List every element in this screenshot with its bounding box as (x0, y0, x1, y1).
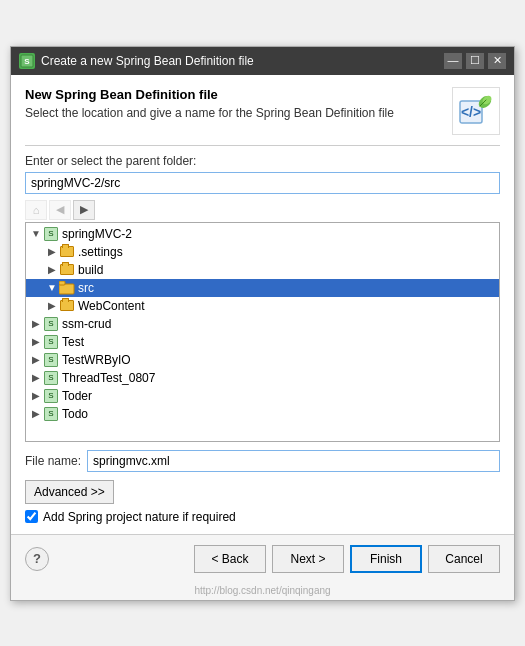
project-icon: S (43, 371, 59, 385)
minimize-button[interactable]: — (444, 53, 462, 69)
tree-nav-forward-button[interactable]: ▶ (73, 200, 95, 220)
tree-item-label: ThreadTest_0807 (62, 371, 155, 385)
tree-item-label: src (78, 281, 94, 295)
parent-folder-section: Enter or select the parent folder: (25, 154, 500, 194)
tree-item[interactable]: ▶ S ssm-crud (26, 315, 499, 333)
maximize-button[interactable]: ☐ (466, 53, 484, 69)
btn-right: < Back Next > Finish Cancel (194, 545, 500, 573)
svg-text:</>: </> (461, 104, 481, 120)
dialog-window: S Create a new Spring Bean Definition fi… (10, 46, 515, 601)
finish-button[interactable]: Finish (350, 545, 422, 573)
tree-nav-back-button[interactable]: ◀ (49, 200, 71, 220)
tree-item[interactable]: ▶ build (26, 261, 499, 279)
button-bar: ? < Back Next > Finish Cancel (11, 535, 514, 583)
watermark: http://blog.csdn.net/qinqingang (11, 583, 514, 600)
tree-item-label: WebContent (78, 299, 145, 313)
tree-item[interactable]: ▶ S ThreadTest_0807 (26, 369, 499, 387)
add-spring-nature-checkbox[interactable] (25, 510, 38, 523)
tree-item-label: ssm-crud (62, 317, 111, 331)
tree-item[interactable]: ▶ S Toder (26, 387, 499, 405)
folder-icon (59, 281, 75, 295)
tree-toggle-icon[interactable]: ▶ (30, 354, 42, 366)
button-bar-container: ? < Back Next > Finish Cancel http://blo… (11, 534, 514, 600)
tree-toolbar: ⌂ ◀ ▶ (25, 200, 500, 220)
tree-toggle-icon[interactable]: ▶ (30, 408, 42, 420)
tree-item[interactable]: ▶ S Todo (26, 405, 499, 423)
title-bar-text: Create a new Spring Bean Definition file (41, 54, 444, 68)
tree-toggle-icon[interactable]: ▶ (46, 300, 58, 312)
tree-toggle-icon[interactable]: ▶ (30, 372, 42, 384)
tree-item-label: build (78, 263, 103, 277)
tree-nav-home-button[interactable]: ⌂ (25, 200, 47, 220)
project-icon: S (43, 317, 59, 331)
cancel-button[interactable]: Cancel (428, 545, 500, 573)
tree-item[interactable]: ▼ S springMVC-2 (26, 225, 499, 243)
tree-item[interactable]: ▶ .settings (26, 243, 499, 261)
dialog-title: New Spring Bean Definition file (25, 87, 452, 102)
tree-toggle-icon[interactable]: ▼ (30, 228, 42, 240)
project-icon: S (43, 389, 59, 403)
dialog-subtitle: Select the location and give a name for … (25, 106, 452, 120)
project-icon: S (43, 353, 59, 367)
file-name-label: File name: (25, 454, 81, 468)
folder-icon (59, 263, 75, 277)
tree-toggle-icon[interactable]: ▶ (30, 390, 42, 402)
checkbox-row: Add Spring project nature if required (25, 510, 500, 524)
project-icon: S (43, 227, 59, 241)
checkbox-label: Add Spring project nature if required (43, 510, 236, 524)
spring-bean-icon: </> (452, 87, 500, 135)
tree-item-label: Todo (62, 407, 88, 421)
tree-item-label: springMVC-2 (62, 227, 132, 241)
advanced-button[interactable]: Advanced >> (25, 480, 114, 504)
parent-folder-input[interactable] (25, 172, 500, 194)
help-button[interactable]: ? (25, 547, 49, 571)
dialog-header: New Spring Bean Definition file Select t… (25, 87, 500, 135)
tree-item-label: .settings (78, 245, 123, 259)
tree-item[interactable]: ▶ WebContent (26, 297, 499, 315)
tree-toggle-icon[interactable]: ▶ (46, 264, 58, 276)
svg-text:S: S (24, 57, 30, 66)
project-icon: S (43, 335, 59, 349)
tree-item-label: Toder (62, 389, 92, 403)
btn-left: ? (25, 547, 49, 571)
tree-item[interactable]: ▶ S TestWRByIO (26, 351, 499, 369)
next-button[interactable]: Next > (272, 545, 344, 573)
tree-item-selected[interactable]: ▼ src (26, 279, 499, 297)
back-button[interactable]: < Back (194, 545, 266, 573)
parent-folder-label: Enter or select the parent folder: (25, 154, 500, 168)
tree-item-label: Test (62, 335, 84, 349)
close-button[interactable]: ✕ (488, 53, 506, 69)
tree-item[interactable]: ▶ S Test (26, 333, 499, 351)
tree-toggle-icon[interactable]: ▶ (30, 318, 42, 330)
tree-toggle-icon[interactable]: ▼ (46, 282, 58, 294)
title-bar: S Create a new Spring Bean Definition fi… (11, 47, 514, 75)
file-name-section: File name: (25, 450, 500, 472)
dialog-icon: S (19, 53, 35, 69)
header-separator (25, 145, 500, 146)
dialog-body: New Spring Bean Definition file Select t… (11, 75, 514, 534)
tree-toggle-icon[interactable]: ▶ (30, 336, 42, 348)
title-bar-controls: — ☐ ✕ (444, 53, 506, 69)
svg-rect-8 (59, 281, 65, 285)
folder-icon (59, 299, 75, 313)
tree-item-label: TestWRByIO (62, 353, 131, 367)
folder-icon (59, 245, 75, 259)
project-icon: S (43, 407, 59, 421)
tree-toggle-icon[interactable]: ▶ (46, 246, 58, 258)
dialog-header-text: New Spring Bean Definition file Select t… (25, 87, 452, 120)
tree-container[interactable]: ▼ S springMVC-2 ▶ .settings ▶ bu (25, 222, 500, 442)
file-name-input[interactable] (87, 450, 500, 472)
